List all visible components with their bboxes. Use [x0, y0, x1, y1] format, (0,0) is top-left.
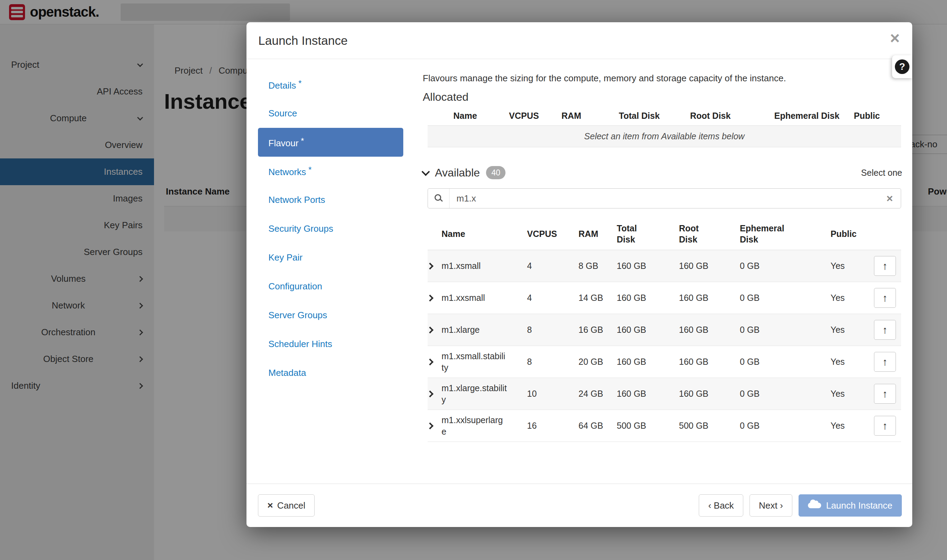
flavor-row[interactable]: m1.xxsmall 4 14 GB 160 GB 160 GB 0 GB Ye…	[427, 282, 901, 314]
column-header: Ephemeral Disk	[774, 111, 854, 121]
up-arrow-icon	[882, 388, 888, 400]
column-header: RAM	[561, 111, 619, 121]
modal-body: Details Source Flavour Networks Network …	[247, 59, 912, 483]
allocate-flavor-button[interactable]	[874, 384, 896, 404]
question-mark-icon	[895, 59, 910, 74]
wizard-nav: Details Source Flavour Networks Network …	[258, 70, 403, 387]
allocated-empty-row: Select an item from Available items belo…	[427, 126, 901, 147]
tab-details[interactable]: Details	[258, 70, 403, 99]
column-header: Ephemeral Disk	[740, 223, 831, 245]
tab-network-ports[interactable]: Network Ports	[258, 186, 403, 214]
column-header: Public	[854, 111, 901, 121]
available-table-header: Name VCPUS RAM Total Disk Root Disk Ephe…	[427, 220, 901, 250]
column-header: Total Disk	[617, 223, 679, 245]
flavor-row[interactable]: m1.xlarge 8 16 GB 160 GB 160 GB 0 GB Yes	[427, 314, 901, 346]
flavor-row[interactable]: m1.xlarge.stability 10 24 GB 160 GB 160 …	[427, 378, 901, 410]
close-icon[interactable]	[890, 30, 900, 46]
launch-instance-button[interactable]: Launch Instance	[799, 494, 902, 517]
flavor-row[interactable]: m1.xsmall.stability 8 20 GB 160 GB 160 G…	[427, 346, 901, 378]
modal-title: Launch Instance	[258, 34, 348, 48]
help-button[interactable]	[892, 55, 912, 78]
allocate-flavor-button[interactable]	[874, 288, 896, 308]
expand-row-icon[interactable]	[427, 423, 441, 428]
search-icon	[428, 189, 449, 208]
allocate-flavor-button[interactable]	[874, 352, 896, 372]
available-table: Name VCPUS RAM Total Disk Root Disk Ephe…	[427, 220, 901, 442]
x-icon	[267, 500, 273, 511]
column-header: Name	[441, 229, 527, 239]
tab-flavour[interactable]: Flavour	[258, 128, 403, 157]
tab-configuration[interactable]: Configuration	[258, 272, 403, 301]
column-header: VCPUS	[527, 229, 578, 239]
column-header: RAM	[578, 229, 617, 239]
back-button[interactable]: ‹ Back	[699, 494, 743, 517]
launch-instance-modal: Launch Instance Details Source Flavour N…	[247, 22, 912, 527]
next-button[interactable]: Next ›	[750, 494, 792, 517]
allocate-flavor-button[interactable]	[874, 320, 896, 340]
available-heading: Available	[435, 166, 480, 179]
wizard-content: Flavours manage the sizing for the compu…	[423, 59, 902, 483]
tab-metadata[interactable]: Metadata	[258, 358, 403, 387]
allocate-flavor-button[interactable]	[874, 416, 896, 435]
modal-header: Launch Instance	[247, 22, 912, 59]
expand-row-icon[interactable]	[427, 264, 441, 269]
available-count-badge: 40	[486, 166, 506, 179]
flavor-row[interactable]: m1.xxlsuperlarge 16 64 GB 500 GB 500 GB …	[427, 410, 901, 442]
allocated-table: Name VCPUS RAM Total Disk Root Disk Ephe…	[427, 106, 901, 147]
select-one-hint: Select one	[861, 168, 902, 178]
chevron-down-icon[interactable]	[423, 171, 429, 175]
available-rows: m1.xsmall 4 8 GB 160 GB 160 GB 0 GB Yes …	[427, 250, 901, 442]
column-header: Name	[427, 111, 509, 121]
allocated-table-header: Name VCPUS RAM Total Disk Root Disk Ephe…	[427, 106, 901, 126]
flavor-row[interactable]: m1.xsmall 4 8 GB 160 GB 160 GB 0 GB Yes	[427, 250, 901, 282]
column-header: Root Disk	[679, 223, 740, 245]
allocated-heading: Allocated	[423, 91, 902, 103]
up-arrow-icon	[882, 420, 888, 432]
tab-scheduler-hints[interactable]: Scheduler Hints	[258, 330, 403, 358]
tab-key-pair[interactable]: Key Pair	[258, 243, 403, 272]
flavor-search-bar	[427, 188, 901, 208]
allocate-flavor-button[interactable]	[874, 256, 896, 276]
column-header: Total Disk	[619, 111, 690, 121]
search-input[interactable]	[449, 193, 879, 204]
up-arrow-icon	[882, 324, 888, 336]
column-header: Public	[831, 229, 874, 239]
footer-actions: ‹ Back Next › Launch Instance	[699, 494, 902, 517]
expand-row-icon[interactable]	[427, 392, 441, 396]
cloud-upload-icon	[808, 503, 821, 508]
up-arrow-icon	[882, 292, 888, 304]
column-header: Root Disk	[690, 111, 774, 121]
expand-row-icon[interactable]	[427, 295, 441, 300]
tab-server-groups[interactable]: Server Groups	[258, 301, 403, 330]
clear-search-icon[interactable]	[879, 192, 901, 205]
column-header: VCPUS	[509, 111, 561, 121]
up-arrow-icon	[882, 356, 888, 368]
cancel-button[interactable]: Cancel	[258, 494, 315, 517]
tab-security-groups[interactable]: Security Groups	[258, 214, 403, 243]
up-arrow-icon	[882, 260, 888, 272]
flavor-description: Flavours manage the sizing for the compu…	[423, 73, 902, 84]
tab-source[interactable]: Source	[258, 99, 403, 128]
modal-footer: Cancel ‹ Back Next › Launch Instance	[247, 483, 912, 527]
expand-row-icon[interactable]	[427, 360, 441, 365]
tab-networks[interactable]: Networks	[258, 157, 403, 186]
expand-row-icon[interactable]	[427, 328, 441, 332]
available-section-header: Available 40 Select one	[423, 166, 902, 179]
